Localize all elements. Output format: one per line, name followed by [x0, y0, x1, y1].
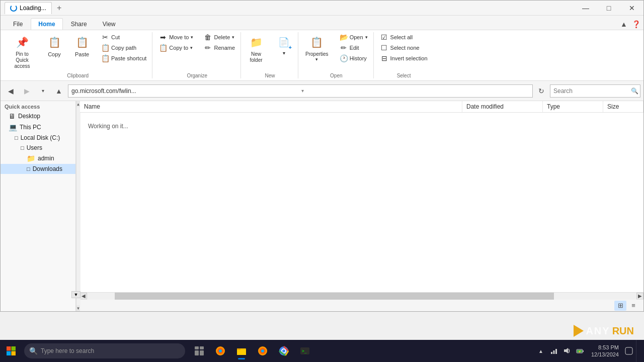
column-type[interactable]: Type	[543, 101, 603, 112]
history-button[interactable]: 🕐 History	[337, 53, 370, 63]
minimize-button[interactable]: —	[574, 1, 597, 16]
new-tab-button[interactable]: +	[53, 3, 66, 14]
title-tab-loading[interactable]: Loading...	[5, 2, 52, 14]
main-area: Quick access 🖥 Desktop 💻 This PC □ Local…	[1, 101, 643, 311]
details-view-button[interactable]: ⊞	[614, 301, 626, 311]
taskbar-app-taskview[interactable]	[189, 341, 209, 361]
recent-locations-button[interactable]: ▾	[36, 84, 50, 98]
maximize-button[interactable]: □	[597, 1, 620, 16]
sidebar-item-admin[interactable]: 📁 admin	[1, 153, 75, 164]
clipboard-buttons: 📌 Pin to Quick access 📋 Copy 📋 Paste	[7, 32, 149, 71]
copy-path-button[interactable]: 📋 Copy path	[99, 43, 149, 53]
taskbar-app-explorer[interactable]	[231, 341, 252, 361]
ribbon-group-select: ☑ Select all ☐ Select none ⊟ Invert sele…	[375, 32, 433, 78]
taskbar-search[interactable]: 🔍	[24, 343, 185, 358]
select-all-button[interactable]: ☑ Select all	[378, 32, 430, 42]
sidebar-collapse-button[interactable]: ▼	[71, 291, 80, 298]
new-folder-button[interactable]: 📁 Newfolder	[245, 32, 267, 65]
column-date[interactable]: Date modified	[462, 101, 543, 112]
sidebar-item-thispc[interactable]: 💻 This PC	[1, 122, 75, 133]
invert-selection-button[interactable]: ⊟ Invert selection	[378, 53, 430, 63]
rename-button[interactable]: ✏ Rename	[201, 43, 237, 53]
tray-battery-icon[interactable]: ⚡	[574, 345, 586, 357]
edit-button[interactable]: ✏ Edit	[337, 43, 370, 53]
paste-icon: 📋	[74, 34, 90, 50]
scroll-track-horizontal[interactable]	[87, 293, 636, 300]
column-size[interactable]: Size	[603, 101, 643, 112]
title-tabs: Loading... +	[5, 2, 571, 14]
up-button[interactable]: ▲	[52, 84, 66, 98]
anyrun-play-icon	[574, 325, 584, 337]
ribbon-tab-view[interactable]: View	[95, 18, 123, 30]
ribbon-tab-share[interactable]: Share	[63, 18, 95, 30]
sidebar-item-localdisk[interactable]: □ Local Disk (C:)	[1, 133, 75, 143]
horizontal-scrollbar[interactable]: ◀ ▶	[80, 292, 643, 299]
select-small-btns: ☑ Select all ☐ Select none ⊟ Invert sele…	[378, 32, 430, 63]
system-clock[interactable]: 8:53 PM 12/13/2024	[588, 344, 622, 358]
svg-rect-13	[237, 348, 240, 350]
sidebar-item-desktop[interactable]: 🖥 Desktop	[1, 111, 75, 122]
ribbon-tab-home[interactable]: Home	[31, 18, 62, 30]
address-bar[interactable]: go.microsoft.com/fwlin... ▾	[68, 84, 533, 98]
open-button[interactable]: 📂 Open ▾	[337, 32, 370, 42]
svg-rect-30	[625, 347, 632, 354]
sidebar-item-downloads[interactable]: □ Downloads	[1, 164, 75, 174]
copy-to-button[interactable]: 📋 Copy to ▾	[156, 43, 196, 53]
scroll-right-button[interactable]: ▶	[636, 293, 643, 300]
tray-network-icon[interactable]	[548, 345, 560, 357]
delete-button[interactable]: 🗑 Delete ▾	[201, 32, 237, 42]
firefox2-icon	[257, 345, 268, 356]
open-small-btns: 📂 Open ▾ ✏ Edit 🕐 History	[337, 32, 370, 63]
paste-shortcut-button[interactable]: 📋 Paste shortcut	[99, 53, 149, 63]
pin-to-quick-access-button[interactable]: 📌 Pin to Quick access	[7, 32, 38, 71]
search-input[interactable]	[553, 87, 629, 95]
downloads-label: Downloads	[33, 165, 62, 172]
taskbar-app-firefox2[interactable]	[253, 341, 273, 361]
open-icon: 📂	[340, 33, 348, 41]
search-bar[interactable]: 🔍	[550, 84, 640, 98]
svg-text:⚡: ⚡	[578, 350, 582, 353]
list-view-button[interactable]: ≡	[627, 301, 639, 311]
close-button[interactable]: ✕	[620, 1, 643, 16]
select-none-button[interactable]: ☐ Select none	[378, 43, 430, 53]
taskbar-app-terminal[interactable]: >_	[295, 341, 315, 361]
ribbon: File Home Share View ▲ ❓ 📌 Pin to Quick …	[1, 16, 643, 81]
tray-volume-icon[interactable]	[561, 345, 573, 357]
taskbar-search-input[interactable]	[41, 347, 180, 354]
copy-button[interactable]: 📋 Copy	[43, 32, 65, 59]
delete-dropdown-icon: ▾	[232, 35, 234, 40]
file-list[interactable]: Name Date modified Type Size Working on …	[80, 101, 643, 292]
taskbar-search-icon: 🔍	[29, 347, 38, 355]
new-buttons: 📁 Newfolder 📄 + ▾	[245, 32, 295, 71]
invert-selection-icon: ⊟	[380, 54, 388, 62]
help-button[interactable]: ❓	[630, 19, 641, 30]
move-to-button[interactable]: ➡ Move to ▾	[156, 32, 196, 42]
properties-button[interactable]: 📋 Properties ▾	[302, 32, 332, 64]
forward-button[interactable]: ▶	[20, 84, 34, 98]
admin-label: admin	[38, 155, 54, 162]
quick-access-label: Quick access	[1, 101, 75, 111]
sidebar-item-users[interactable]: □ Users	[1, 143, 75, 153]
new-item-button[interactable]: 📄 + ▾	[273, 32, 295, 58]
system-tray: ▲ ⚡	[535, 345, 586, 357]
column-name[interactable]: Name	[80, 101, 462, 112]
back-button[interactable]: ◀	[4, 84, 18, 98]
start-button[interactable]	[0, 340, 22, 362]
ribbon-collapse-button[interactable]: ▲	[618, 19, 629, 30]
window-controls: — □ ✕	[574, 1, 643, 16]
notification-button[interactable]	[624, 346, 634, 356]
show-desktop-button[interactable]	[636, 340, 640, 362]
taskbar-app-firefox[interactable]	[210, 341, 230, 361]
paste-button[interactable]: 📋 Paste	[71, 32, 93, 59]
clipboard-label: Clipboard	[67, 71, 89, 78]
scroll-left-button[interactable]: ◀	[80, 293, 87, 300]
sidebar-scrollbar[interactable]: ▲ ▼	[76, 101, 80, 311]
cut-button[interactable]: ✂ Cut	[99, 32, 149, 42]
taskbar-app-chrome[interactable]	[274, 341, 294, 361]
refresh-button[interactable]: ↻	[535, 84, 548, 98]
tray-arrow-icon[interactable]: ▲	[535, 345, 547, 357]
ribbon-content: 📌 Pin to Quick access 📋 Copy 📋 Paste	[1, 30, 643, 80]
svg-rect-5	[200, 346, 204, 349]
svg-point-10	[219, 349, 222, 352]
ribbon-tab-file[interactable]: File	[6, 18, 30, 30]
